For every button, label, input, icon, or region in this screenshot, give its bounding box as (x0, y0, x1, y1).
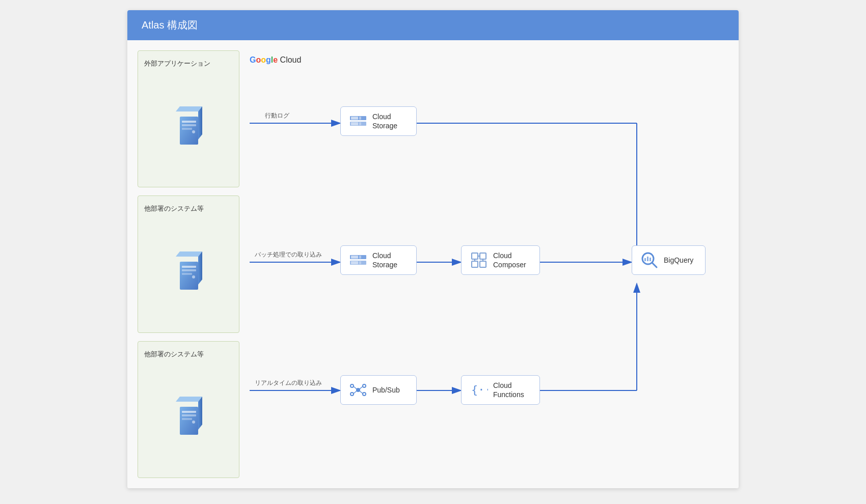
svg-rect-41 (359, 256, 361, 259)
cloud-storage-icon-2 (349, 251, 367, 269)
svg-rect-38 (359, 122, 361, 125)
svg-line-64 (354, 391, 357, 394)
svg-rect-12 (182, 273, 192, 275)
svg-text:{···}: {···} (471, 383, 488, 396)
svg-rect-37 (351, 122, 358, 125)
flow-container: 行動ログ バッチ処理での取り込み リアルタイムの取り込み CloudStorag… (250, 75, 718, 472)
diagram-wrapper: Atlas 構成図 外部アプリケーション (127, 10, 739, 488)
svg-marker-2 (198, 106, 202, 139)
svg-rect-3 (182, 121, 196, 123)
actor-label-3: 他部署のシステム等 (144, 350, 204, 359)
server-icon-1 (173, 104, 204, 150)
service-box-cloud-functions: {···} CloudFunctions (461, 375, 540, 405)
svg-rect-43 (351, 261, 358, 264)
actor-box-1: 外部アプリケーション (138, 50, 239, 187)
svg-rect-10 (182, 266, 196, 268)
service-box-bigquery: BigQuery (632, 245, 706, 275)
svg-rect-48 (480, 261, 486, 267)
svg-rect-5 (182, 128, 192, 130)
cloud-storage-2-label: CloudStorage (372, 251, 397, 269)
svg-rect-34 (351, 117, 358, 120)
svg-rect-35 (359, 117, 361, 120)
svg-rect-46 (480, 253, 486, 259)
cloud-composer-label: CloudComposer (493, 251, 526, 269)
svg-rect-54 (644, 258, 646, 261)
svg-line-63 (360, 386, 363, 389)
svg-rect-18 (182, 414, 196, 416)
svg-point-60 (350, 393, 354, 396)
arrow-label-2: バッチ処理での取り込み (255, 250, 322, 259)
page-title: Atlas 構成図 (142, 19, 198, 31)
service-box-cloud-composer: CloudComposer (461, 245, 540, 275)
svg-rect-17 (182, 411, 196, 413)
cloud-functions-label: CloudFunctions (493, 381, 524, 399)
arrow-label-1: 行動ログ (265, 111, 289, 120)
svg-marker-16 (198, 397, 202, 430)
svg-point-58 (350, 384, 354, 387)
actor-box-2: 他部署のシステム等 (138, 195, 239, 332)
bigquery-label: BigQuery (664, 256, 693, 265)
right-panel: Google Cloud (239, 50, 728, 478)
pubsub-icon (349, 381, 367, 399)
pubsub-label: Pub/Sub (372, 385, 400, 395)
svg-rect-44 (359, 261, 361, 264)
svg-rect-55 (647, 257, 648, 261)
svg-point-20 (192, 421, 195, 424)
bigquery-icon (640, 251, 659, 269)
svg-rect-4 (182, 124, 196, 126)
svg-marker-1 (176, 106, 202, 111)
svg-point-61 (363, 393, 366, 396)
left-panel: 外部アプリケーション (138, 50, 239, 478)
svg-line-62 (354, 386, 357, 389)
svg-marker-8 (176, 251, 202, 257)
actor-box-3: 他部署のシステム等 (138, 341, 239, 478)
cloud-storage-icon-1 (349, 112, 367, 130)
svg-point-59 (363, 384, 366, 387)
service-box-cloud-storage-1: CloudStorage (340, 106, 417, 136)
actor-label-1: 外部アプリケーション (144, 59, 210, 68)
server-icon-3 (173, 394, 204, 440)
svg-line-53 (652, 263, 657, 267)
server-icon-2 (173, 249, 204, 295)
svg-point-6 (192, 130, 195, 133)
svg-marker-9 (198, 251, 202, 285)
svg-marker-15 (176, 397, 202, 402)
svg-line-65 (360, 391, 363, 394)
google-cloud-label: Google Cloud (250, 55, 718, 65)
service-box-cloud-storage-2: CloudStorage (340, 245, 417, 275)
arrow-label-3: リアルタイムの取り込み (255, 379, 322, 387)
cloud-storage-1-label: CloudStorage (372, 112, 397, 130)
page-header: Atlas 構成図 (127, 10, 739, 40)
svg-rect-45 (472, 253, 478, 259)
cloud-functions-icon: {···} (470, 381, 488, 399)
service-box-pubsub: Pub/Sub (340, 375, 417, 405)
svg-point-13 (192, 275, 195, 278)
svg-rect-40 (351, 256, 358, 259)
svg-rect-56 (650, 258, 651, 261)
cloud-composer-icon (470, 251, 488, 269)
svg-rect-11 (182, 269, 196, 271)
actor-label-2: 他部署のシステム等 (144, 204, 204, 213)
svg-rect-19 (182, 418, 192, 420)
content-area: 外部アプリケーション (127, 40, 739, 488)
svg-rect-47 (472, 261, 478, 267)
